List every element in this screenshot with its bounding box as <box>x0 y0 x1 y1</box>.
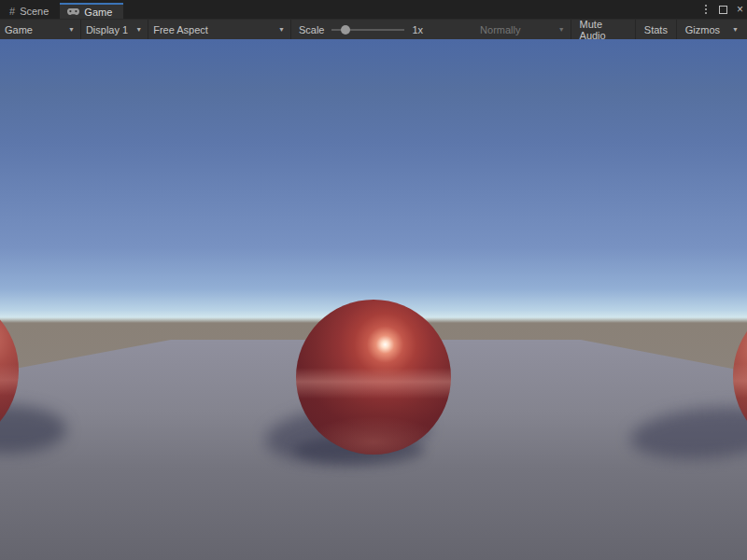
game-view-toolbar: Game ▼ Display 1 ▼ Free Aspect ▼ Scale 1… <box>0 19 747 39</box>
game-render-viewport[interactable] <box>0 39 747 560</box>
red-sphere-center <box>296 300 451 455</box>
maximize-icon[interactable] <box>719 6 727 14</box>
view-type-dropdown[interactable]: Game ▼ <box>0 20 80 39</box>
game-view-panel: # Scene Game × Game ▼ Display <box>0 0 747 560</box>
display-dropdown[interactable]: Display 1 ▼ <box>81 20 148 39</box>
chevron-down-icon: ▼ <box>135 26 142 33</box>
chevron-down-icon: ▼ <box>278 26 285 33</box>
gizmos-button[interactable]: Gizmos ▼ <box>677 20 747 39</box>
scale-value: 1x <box>412 24 423 35</box>
play-mode-dropdown[interactable]: Normally ▼ <box>475 20 571 39</box>
mute-audio-button[interactable]: Mute Audio <box>571 20 635 39</box>
scale-label: Scale <box>299 24 325 35</box>
panel-menu-icon[interactable] <box>702 3 710 16</box>
tab-bar: # Scene Game × <box>0 0 747 19</box>
tab-game[interactable]: Game <box>60 3 123 19</box>
grid-icon: # <box>9 6 15 17</box>
slider-knob[interactable] <box>341 25 350 35</box>
stats-button[interactable]: Stats <box>636 20 676 39</box>
gamepad-icon <box>67 7 79 18</box>
chevron-down-icon: ▼ <box>68 26 75 33</box>
scale-control: Scale 1x <box>291 20 430 39</box>
close-icon[interactable]: × <box>737 4 743 15</box>
chevron-down-icon: ▼ <box>558 26 565 33</box>
tab-scene[interactable]: # Scene <box>2 3 60 19</box>
chevron-down-icon[interactable]: ▼ <box>727 26 743 33</box>
aspect-ratio-dropdown[interactable]: Free Aspect ▼ <box>148 20 290 39</box>
tab-game-label: Game <box>84 7 112 18</box>
scale-slider[interactable] <box>331 24 404 35</box>
tab-scene-label: Scene <box>20 6 49 17</box>
